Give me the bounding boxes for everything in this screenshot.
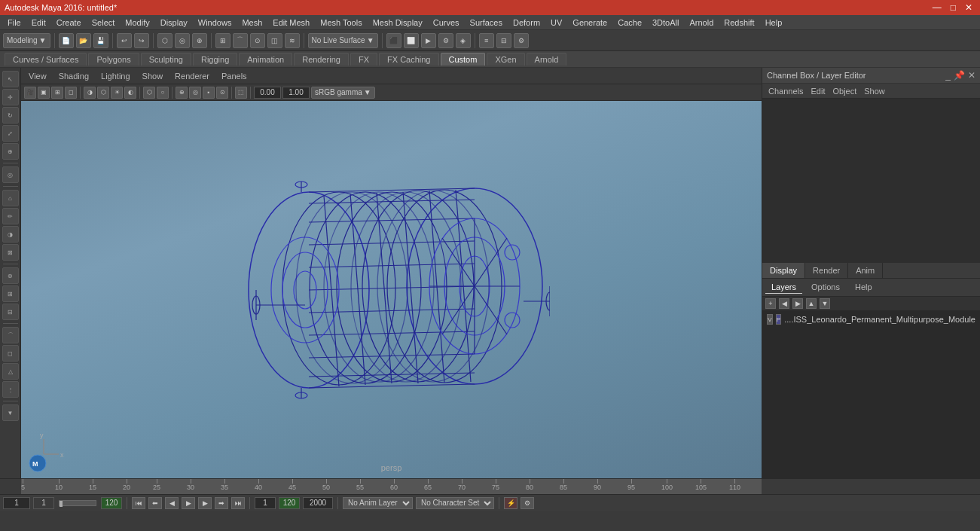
auto-key-btn[interactable]: ⚡ [504, 497, 517, 509]
menu-cache[interactable]: Cache [613, 17, 646, 29]
maximize-btn[interactable]: □ [948, 2, 959, 13]
menu-help[interactable]: Help [761, 17, 787, 29]
vp-iso-btn[interactable]: ⬡ [143, 87, 155, 99]
current-frame-input[interactable] [33, 497, 54, 509]
go-end-btn[interactable]: ⏭ [231, 497, 245, 509]
vp-menu-renderer[interactable]: Renderer [172, 72, 212, 81]
more-btn[interactable]: ▼ [2, 404, 19, 421]
tab-curves-surfaces[interactable]: Curves / Surfaces [5, 53, 87, 66]
menu-surfaces[interactable]: Surfaces [466, 17, 507, 29]
vp-display-btn[interactable]: ⊕ [176, 87, 188, 99]
snap-grid-btn[interactable]: ⊞ [215, 33, 230, 48]
snap-curve-btn[interactable]: ⌒ [233, 33, 248, 48]
preferences-btn[interactable]: ⚙ [521, 497, 534, 509]
transform-tool-btn[interactable]: ⊕ [2, 143, 19, 160]
menu-uv[interactable]: UV [546, 17, 566, 29]
menu-select[interactable]: Select [87, 17, 120, 29]
snap-surface-btn[interactable]: ≋ [285, 33, 300, 48]
show-manip-btn[interactable]: ⊚ [2, 267, 19, 284]
tab-render[interactable]: Render [805, 263, 848, 278]
soft-select-btn[interactable]: ◎ [2, 166, 19, 183]
menu-mesh-tools[interactable]: Mesh Tools [316, 17, 366, 29]
vp-menu-show[interactable]: Show [139, 72, 166, 81]
vp-gamma-input[interactable] [282, 87, 310, 99]
tab-fx-caching[interactable]: FX Caching [379, 53, 438, 66]
next-frame-btn[interactable]: ▶ [198, 497, 212, 509]
deform-btn[interactable]: ⋮ [2, 381, 19, 398]
panel-close-icon[interactable]: ✕ [968, 70, 975, 81]
menu-windows[interactable]: Windows [194, 17, 237, 29]
vp-menu-shading[interactable]: Shading [56, 72, 92, 81]
menu-curves[interactable]: Curves [429, 17, 464, 29]
vp-grid-btn[interactable]: ⊞ [51, 87, 63, 99]
play-fwd-btn[interactable]: ▶ [182, 497, 195, 509]
tab-animation[interactable]: Animation [239, 53, 292, 66]
tab-rigging[interactable]: Rigging [193, 53, 237, 66]
vp-component-btn[interactable]: ▪ [203, 87, 215, 99]
tab-xgen[interactable]: XGen [487, 53, 524, 66]
menu-edit-mesh[interactable]: Edit Mesh [268, 17, 314, 29]
minimize-btn[interactable]: — [930, 2, 945, 13]
character-set-select[interactable]: No Character Set [416, 497, 494, 509]
tab-fx[interactable]: FX [350, 53, 377, 66]
tab-arnold[interactable]: Arnold [527, 53, 567, 66]
menu-deform[interactable]: Deform [508, 17, 545, 29]
vp-shading-btn[interactable]: ◑ [84, 87, 96, 99]
vp-texture-btn[interactable]: ⬡ [97, 87, 109, 99]
layer-up-btn[interactable]: ▲ [806, 298, 817, 309]
menu-mesh-display[interactable]: Mesh Display [368, 17, 427, 29]
surface-btn[interactable]: ◻ [2, 345, 19, 362]
undo-btn[interactable]: ↩ [117, 33, 132, 48]
start-frame-input[interactable] [3, 497, 30, 509]
vp-menu-lighting[interactable]: Lighting [98, 72, 133, 81]
paint-select-btn[interactable]: ⊕ [192, 33, 207, 48]
cb-menu-edit[interactable]: Edit [808, 87, 828, 96]
layer-speaker2-btn[interactable]: ▶ [792, 298, 803, 309]
settings-btn[interactable]: ⚙ [514, 33, 529, 48]
viewport-canvas[interactable]: x y M persp [21, 101, 762, 478]
prev-key-btn[interactable]: ⬅ [148, 497, 162, 509]
render-btn[interactable]: ⬛ [386, 33, 401, 48]
scale-tool-btn[interactable]: ⤢ [2, 125, 19, 142]
menu-create[interactable]: Create [52, 17, 86, 29]
layer-tab-layers[interactable]: Layers [765, 281, 802, 294]
select-arrow-btn[interactable]: ↖ [2, 71, 19, 87]
tab-polygons[interactable]: Polygons [88, 53, 139, 66]
vp-xray-btn[interactable]: ◎ [189, 87, 201, 99]
menu-modify[interactable]: Modify [121, 17, 154, 29]
layer-visibility-btn[interactable]: V [767, 314, 773, 325]
vp-subdiv-btn[interactable]: ○ [157, 87, 169, 99]
tab-anim[interactable]: Anim [848, 263, 883, 278]
tab-custom[interactable]: Custom [441, 53, 486, 66]
save-file-btn[interactable]: 💾 [93, 33, 108, 48]
layer-tab-options[interactable]: Options [805, 281, 846, 294]
move-tool-btn[interactable]: ✛ [2, 89, 19, 105]
go-start-btn[interactable]: ⏮ [132, 497, 145, 509]
workspace-dropdown[interactable]: Modeling ▼ [3, 33, 50, 48]
range-end-input[interactable] [303, 497, 333, 509]
cb-menu-channels[interactable]: Channels [765, 87, 806, 96]
vp-hud-btn[interactable]: ⬚ [235, 87, 247, 99]
menu-edit[interactable]: Edit [27, 17, 50, 29]
vp-menu-panels[interactable]: Panels [218, 72, 250, 81]
menu-display[interactable]: Display [156, 17, 192, 29]
close-btn[interactable]: ✕ [962, 2, 975, 13]
rotate-tool-btn[interactable]: ↻ [2, 107, 19, 124]
paint-btn[interactable]: ✏ [2, 208, 19, 224]
menu-mesh[interactable]: Mesh [237, 17, 267, 29]
cloth-btn[interactable]: ⊠ [2, 244, 19, 261]
playback-start-input[interactable] [255, 497, 276, 509]
open-file-btn[interactable]: 📂 [76, 33, 91, 48]
lasso-select-btn[interactable]: ◎ [175, 33, 190, 48]
vp-light-btn[interactable]: ☀ [111, 87, 123, 99]
redo-btn[interactable]: ↪ [134, 33, 149, 48]
menu-file[interactable]: File [3, 17, 26, 29]
panel-pin-icon[interactable]: 📌 [954, 70, 965, 81]
snap-point-btn[interactable]: ⊙ [250, 33, 265, 48]
tab-sculpting[interactable]: Sculpting [141, 53, 191, 66]
vp-film-btn[interactable]: ▣ [38, 87, 50, 99]
menu-redshift[interactable]: Redshift [719, 17, 759, 29]
hypershade-btn[interactable]: ◈ [456, 33, 471, 48]
prev-frame-btn[interactable]: ◀ [165, 497, 179, 509]
next-key-btn[interactable]: ➡ [215, 497, 228, 509]
